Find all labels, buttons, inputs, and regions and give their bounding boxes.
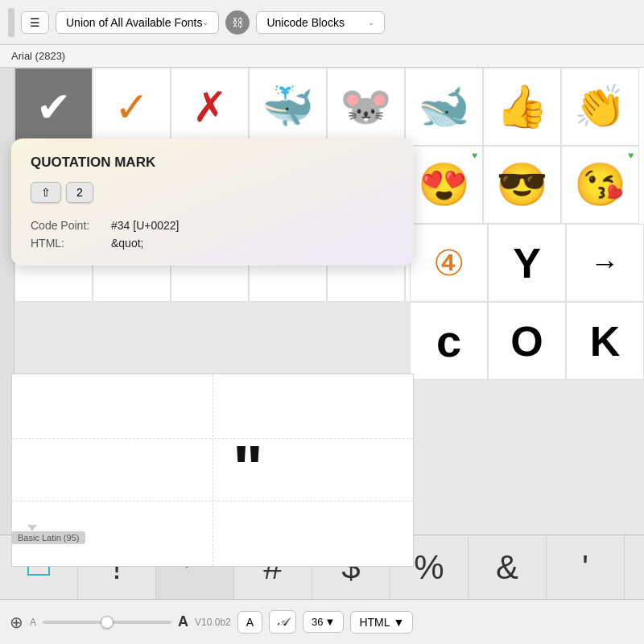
emoji-cell-hearts-eyes[interactable]: 😍 ♥ xyxy=(405,146,483,224)
font-count-label: Arial (2823) xyxy=(11,50,65,62)
tooltip-arrow xyxy=(27,525,37,531)
format-label: HTML xyxy=(359,616,390,629)
preview-char: " xyxy=(233,431,263,506)
char-cell-4-circle[interactable]: ④ xyxy=(410,224,488,302)
size-label-large: A xyxy=(178,613,188,630)
emoji-cell-checkmark[interactable]: ✔ xyxy=(14,68,93,146)
code-point-label: Code Point: xyxy=(31,219,111,232)
html-value: &quot; xyxy=(111,237,394,250)
char-cell-arrow[interactable]: → xyxy=(566,224,644,302)
unicode-selector[interactable]: Unicode Blocks ⌄ xyxy=(256,11,385,34)
font-a-button[interactable]: A xyxy=(237,611,262,634)
section-label-area: Basic Latin (95) xyxy=(11,525,85,544)
emoji-cell-whale2[interactable]: 🐋 xyxy=(405,68,483,146)
bottom-char-apostrophe[interactable]: ' xyxy=(547,535,625,600)
menu-icon: ☰ xyxy=(30,16,40,29)
key-shift[interactable]: ⇧ xyxy=(31,182,61,203)
fav-heart-1: ♥ xyxy=(472,150,477,161)
emoji-cell-check[interactable]: ✓ xyxy=(93,68,171,146)
char-cell-o[interactable]: O xyxy=(488,302,566,380)
font-size-slider[interactable] xyxy=(43,621,171,624)
emoji-cell-mouse[interactable]: 🐭 xyxy=(327,68,405,146)
link-icon: ⛓ xyxy=(232,16,243,29)
slider-thumb xyxy=(101,616,114,629)
code-point-value: #34 [U+0022] xyxy=(111,219,394,232)
char-row-right-2: c O K xyxy=(410,302,644,380)
emoji-cell-thumbsup[interactable]: 👍 xyxy=(483,68,561,146)
tooltip-info: Code Point: #34 [U+0022] HTML: &quot; xyxy=(31,219,394,250)
size-label-small: A xyxy=(30,617,36,628)
version-label: V10.0b2 xyxy=(195,617,231,628)
char-cell-k[interactable]: K xyxy=(566,302,644,380)
subtitle-bar: Arial (2823) xyxy=(0,45,644,68)
emoji-row-1: ✔ ✓ ✗ 🐳 🐭 🐋 👍 👏 xyxy=(14,68,644,146)
fav-heart-2: ♥ xyxy=(628,150,634,161)
tooltip-popup: QUOTATION MARK ⇧ 2 Code Point: #34 [U+00… xyxy=(11,138,414,266)
emoji-cell-kiss[interactable]: 😘 ♥ xyxy=(561,146,639,224)
char-cell-c[interactable]: c xyxy=(410,302,488,380)
zoom-icon[interactable]: ⊕ xyxy=(10,613,23,632)
size-control[interactable]: 36 ▼ xyxy=(303,611,344,633)
top-toolbar: ☰ Union of All Available Fonts ⌄ ⛓ Unico… xyxy=(0,0,644,45)
format-dropdown-arrow: ▼ xyxy=(394,616,405,629)
section-label: Basic Latin (95) xyxy=(11,531,85,544)
font-name-label: Union of All Available Fonts xyxy=(66,16,202,29)
bottom-toolbar: ⊕ A A V10.0b2 A 𝒜 36 ▼ HTML ▼ xyxy=(0,599,644,644)
font-selector[interactable]: Union of All Available Fonts ⌄ xyxy=(56,11,219,34)
emoji-cell-sunglasses[interactable]: 😎 xyxy=(483,146,561,224)
bottom-char-ampersand[interactable]: & xyxy=(469,535,547,600)
main-area: ✔ ✓ ✗ 🐳 🐭 🐋 👍 👏 😍 ♥ 😎 😘 ♥ � xyxy=(0,68,644,599)
emoji-cell-whale[interactable]: 🐳 xyxy=(249,68,327,146)
left-edge-handle xyxy=(8,8,14,37)
emoji-cell-clap[interactable]: 👏 xyxy=(561,68,639,146)
font-dropdown-arrow: ⌄ xyxy=(202,18,208,27)
unicode-label: Unicode Blocks xyxy=(266,16,345,29)
key-2[interactable]: 2 xyxy=(66,182,93,203)
size-value: 36 xyxy=(312,616,323,628)
html-label: HTML: xyxy=(31,237,111,250)
size-unit: ▼ xyxy=(325,616,336,628)
unicode-dropdown-arrow: ⌄ xyxy=(368,18,374,27)
tooltip-keys: ⇧ 2 xyxy=(31,182,394,203)
font-italic-button[interactable]: 𝒜 xyxy=(269,610,296,634)
link-button[interactable]: ⛓ xyxy=(225,10,250,35)
char-cell-y[interactable]: Y xyxy=(488,224,566,302)
emoji-cell-x[interactable]: ✗ xyxy=(171,68,249,146)
format-selector[interactable]: HTML ▼ xyxy=(350,611,413,634)
char-row-right-1: ④ Y → xyxy=(410,224,644,302)
menu-button[interactable]: ☰ xyxy=(21,11,49,34)
tooltip-title: QUOTATION MARK xyxy=(31,155,394,171)
preview-divider-v xyxy=(213,374,213,566)
